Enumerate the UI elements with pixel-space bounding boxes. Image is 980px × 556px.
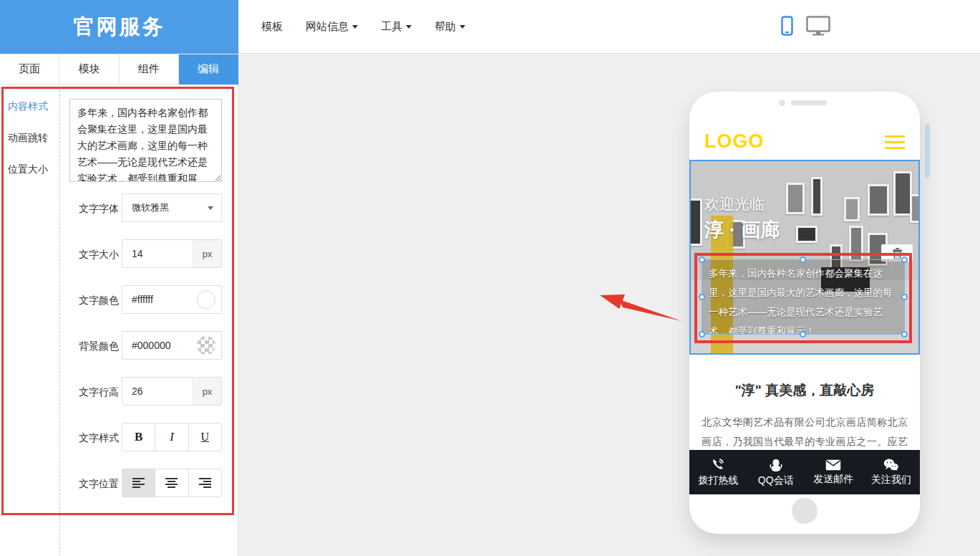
nav-item-label: 网站信息 bbox=[306, 20, 349, 34]
resize-handle-e[interactable] bbox=[901, 294, 908, 300]
hamburger-menu-icon[interactable] bbox=[885, 135, 905, 149]
nav-item-tools[interactable]: 工具 bbox=[381, 20, 412, 34]
line-height-unit: px bbox=[193, 378, 221, 405]
resize-handle-w[interactable] bbox=[699, 294, 705, 300]
nav-item-label: 帮助 bbox=[435, 20, 456, 34]
send-mail-label: 发送邮件 bbox=[813, 473, 853, 486]
align-right-icon bbox=[198, 478, 211, 488]
bold-glyph: B bbox=[135, 430, 142, 444]
align-right-button[interactable] bbox=[189, 469, 221, 497]
resize-handle-s[interactable] bbox=[800, 331, 806, 337]
phone-icon bbox=[711, 458, 725, 472]
bg-color-label: 背景颜色 bbox=[79, 340, 123, 353]
chevron-down-icon bbox=[352, 25, 358, 29]
font-family-select[interactable]: 微软雅黑 bbox=[122, 193, 222, 222]
line-height-label: 文字行高 bbox=[79, 386, 123, 399]
chevron-down-icon bbox=[406, 25, 412, 29]
font-size-unit: px bbox=[193, 240, 221, 267]
tab-edit[interactable]: 编辑 bbox=[179, 54, 238, 85]
top-nav: 模板 网站信息 工具 帮助 bbox=[238, 0, 980, 54]
resize-handle-se[interactable] bbox=[901, 331, 908, 337]
chevron-down-icon bbox=[208, 206, 213, 210]
italic-glyph: I bbox=[170, 430, 174, 444]
follow-us-label: 关注我们 bbox=[871, 474, 911, 486]
line-height-input[interactable] bbox=[122, 385, 193, 397]
text-color-value: #ffffff bbox=[122, 294, 197, 305]
preview-section-paragraph: 北京文华阁艺术品有限公司北京画店简称北京画店，乃我国当代最早的专业画店之一。应艺… bbox=[702, 413, 908, 451]
section-label: 位置大小 bbox=[8, 163, 48, 175]
hotline-button[interactable]: 拨打热线 bbox=[689, 450, 747, 494]
underline-glyph: U bbox=[201, 431, 210, 444]
wechat-icon bbox=[883, 459, 899, 471]
nav-item-label: 工具 bbox=[381, 20, 402, 34]
preview-bottom-bar: 拨打热线 QQ会话 发送邮件 bbox=[689, 450, 920, 494]
bg-color-swatch[interactable] bbox=[197, 336, 215, 355]
content-text-input[interactable]: 多年来，国内各种名家创作都会聚集在这里，这里是国内最大的艺术画廊，这里的每一种艺… bbox=[69, 99, 222, 182]
section-position-size[interactable]: 位置大小 bbox=[8, 163, 48, 176]
editor-canvas: LOGO bbox=[238, 54, 980, 556]
resize-handle-ne[interactable] bbox=[901, 257, 908, 263]
tab-label: 组件 bbox=[138, 62, 160, 76]
tab-label: 模块 bbox=[78, 62, 100, 76]
brand-header: 官网服务 bbox=[0, 0, 238, 54]
text-selection-box[interactable]: 多年来，国内各种名家创作都会聚集在这里，这里是国内最大的艺术画廊，这里的每一种艺… bbox=[702, 259, 905, 335]
font-size-input[interactable] bbox=[122, 248, 193, 259]
section-label: 内容样式 bbox=[8, 100, 48, 112]
tab-pages[interactable]: 页面 bbox=[0, 54, 59, 85]
section-content-style[interactable]: 内容样式 bbox=[8, 100, 48, 113]
text-align-group bbox=[122, 469, 222, 497]
phone-home-button[interactable] bbox=[792, 498, 818, 524]
align-left-button[interactable] bbox=[122, 469, 155, 497]
desktop-preview-icon[interactable] bbox=[806, 16, 830, 36]
resize-handle-sw[interactable] bbox=[699, 331, 705, 337]
preview-site-header: LOGO bbox=[689, 123, 920, 160]
tab-components[interactable]: 组件 bbox=[120, 54, 179, 85]
resize-handle-nw[interactable] bbox=[699, 257, 705, 263]
site-logo[interactable]: LOGO bbox=[704, 130, 765, 153]
phone-mockup: LOGO bbox=[689, 92, 920, 534]
text-color-field: #ffffff bbox=[122, 285, 222, 314]
qq-chat-button[interactable]: QQ会话 bbox=[747, 450, 805, 494]
chevron-down-icon bbox=[460, 25, 465, 29]
section-label: 动画跳转 bbox=[8, 132, 48, 143]
tab-modules[interactable]: 模块 bbox=[59, 54, 119, 85]
font-family-label: 文字字体 bbox=[79, 203, 123, 216]
nav-item-site-info[interactable]: 网站信息 bbox=[306, 20, 358, 34]
banner-paragraph-text: 多年来，国内各种名家创作都会聚集在这里，这里是国内最大的艺术画廊，这里的每一种艺… bbox=[702, 260, 904, 334]
text-style-label: 文字样式 bbox=[79, 432, 123, 445]
section-animation-link[interactable]: 动画跳转 bbox=[8, 132, 48, 145]
bg-color-value: #000000 bbox=[122, 340, 197, 351]
text-color-label: 文字颜色 bbox=[79, 294, 123, 307]
font-size-label: 文字大小 bbox=[79, 249, 123, 262]
text-color-swatch[interactable] bbox=[197, 290, 215, 309]
align-left-icon bbox=[132, 478, 145, 488]
banner-title-text: 淳 · 画廊 bbox=[704, 217, 780, 243]
banner-welcome-text: 欢迎光临 bbox=[704, 194, 765, 214]
panel-divider bbox=[59, 87, 60, 556]
app-window: 官网服务 模板 网站信息 工具 帮助 bbox=[0, 0, 980, 556]
resize-handle-n[interactable] bbox=[800, 257, 806, 263]
nav-item-label: 模板 bbox=[261, 20, 283, 34]
tab-label: 编辑 bbox=[198, 62, 219, 76]
phone-camera-dot bbox=[779, 100, 785, 106]
mail-icon bbox=[825, 459, 841, 471]
align-center-button[interactable] bbox=[155, 469, 188, 497]
brand-title: 官网服务 bbox=[74, 13, 165, 42]
bold-button[interactable]: B bbox=[122, 423, 155, 451]
tab-label: 页面 bbox=[19, 62, 40, 76]
underline-button[interactable]: U bbox=[189, 423, 221, 451]
send-mail-button[interactable]: 发送邮件 bbox=[805, 450, 863, 494]
qq-chat-label: QQ会话 bbox=[758, 474, 794, 487]
banner-block[interactable]: 欢迎光临 淳 · 画廊 多年来，国内各种名家创作都会聚集在这里，这里是国内最大的… bbox=[689, 160, 920, 355]
nav-item-help[interactable]: 帮助 bbox=[435, 20, 465, 34]
preview-section-heading: "淳" 真美感，直敲心房 bbox=[689, 381, 920, 400]
bg-color-field: #000000 bbox=[122, 331, 222, 360]
nav-item-template[interactable]: 模板 bbox=[261, 20, 283, 34]
align-center-icon bbox=[165, 478, 178, 488]
device-preview-toggle bbox=[781, 16, 830, 36]
canvas-scrollbar[interactable] bbox=[925, 124, 930, 178]
italic-button[interactable]: I bbox=[155, 423, 188, 451]
mobile-preview-icon[interactable] bbox=[781, 16, 793, 36]
line-height-field: px bbox=[122, 377, 222, 406]
follow-us-button[interactable]: 关注我们 bbox=[863, 450, 921, 494]
